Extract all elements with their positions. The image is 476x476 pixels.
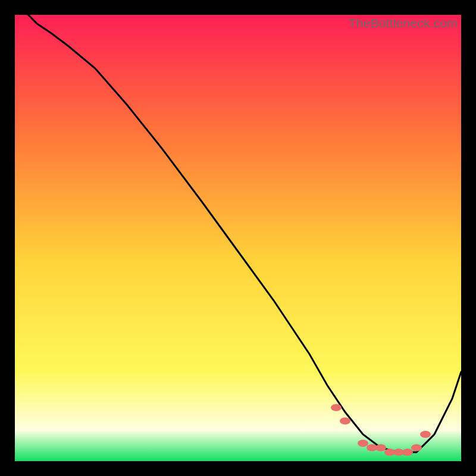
marker-dot xyxy=(402,449,413,456)
marker-dot xyxy=(420,431,431,438)
bottleneck-chart xyxy=(15,15,461,461)
marker-dot xyxy=(411,444,422,452)
watermark-text: TheBottleneck.com xyxy=(349,16,458,30)
marker-dot xyxy=(358,440,368,447)
marker-dot xyxy=(340,418,350,425)
chart-frame: TheBottleneck.com xyxy=(15,15,461,461)
marker-dot xyxy=(331,404,342,411)
gradient-background xyxy=(15,15,461,461)
marker-dot xyxy=(375,444,386,452)
